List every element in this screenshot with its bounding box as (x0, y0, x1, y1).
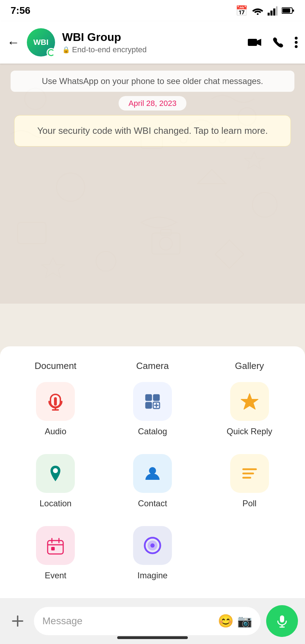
svg-rect-3 (273, 8, 275, 16)
svg-rect-7 (293, 10, 294, 12)
lock-icon: 🔒 (62, 46, 70, 54)
header-actions (248, 36, 298, 49)
event-label: Event (45, 571, 66, 580)
svg-rect-8 (248, 39, 257, 46)
svg-point-46 (150, 543, 155, 548)
catalog-icon (143, 392, 162, 411)
status-time: 7:56 (11, 5, 30, 16)
avatar-ring-inner (48, 49, 55, 56)
encryption-label: 🔒 End-to-end encrypted (62, 45, 241, 54)
svg-point-35 (149, 467, 156, 474)
catalog-label: Catalog (138, 427, 167, 436)
header: ← WBI WBI Group 🔒 End-to-end encrypted (0, 21, 305, 64)
svg-rect-23 (219, 132, 226, 143)
attachment-poll[interactable]: Poll (201, 447, 298, 519)
location-label: Location (40, 499, 72, 508)
attachment-quickreply[interactable]: Quick Reply (201, 375, 298, 447)
imagine-label: Imagine (137, 571, 167, 580)
group-name[interactable]: WBI Group (62, 31, 241, 44)
audio-icon (46, 392, 65, 411)
svg-rect-1 (268, 13, 270, 16)
label-camera[interactable]: Camera (104, 357, 201, 375)
phone-call-button[interactable] (273, 37, 284, 48)
back-button[interactable]: ← (7, 35, 20, 50)
attachment-plus-button[interactable] (7, 610, 28, 632)
home-indicator (117, 636, 188, 639)
poll-label: Poll (243, 499, 257, 508)
battery-icon (282, 7, 294, 14)
imagine-icon (143, 536, 162, 555)
svg-point-13 (238, 108, 256, 125)
catalog-icon-wrapper (133, 382, 172, 421)
svg-rect-21 (161, 229, 171, 235)
event-icon-wrapper (36, 526, 75, 565)
avatar-ring (47, 48, 56, 57)
svg-rect-19 (152, 233, 180, 254)
audio-label: Audio (45, 427, 66, 436)
label-gallery[interactable]: Gallery (201, 357, 298, 375)
quickreply-icon (240, 392, 259, 411)
attachment-location[interactable]: Location (7, 447, 104, 519)
svg-rect-17 (18, 222, 46, 244)
event-icon (46, 536, 65, 555)
attachment-audio[interactable]: Audio (7, 375, 104, 447)
emoji-button[interactable]: 😊 (218, 614, 234, 628)
attachment-imagine[interactable]: Imagine (104, 519, 201, 591)
svg-point-34 (53, 468, 58, 473)
svg-point-12 (25, 88, 46, 109)
svg-point-16 (252, 192, 277, 217)
location-icon (46, 464, 65, 483)
chat-watermark-pattern (0, 64, 305, 304)
svg-rect-14 (141, 134, 162, 148)
label-document[interactable]: Document (7, 357, 104, 375)
status-icons: 📅 (235, 5, 294, 17)
svg-point-0 (257, 13, 259, 15)
imagine-icon-wrapper (133, 526, 172, 565)
attachment-menu: Document Camera Gallery Audio (0, 346, 305, 598)
contact-icon (143, 464, 162, 483)
svg-rect-24 (54, 397, 57, 406)
wifi-icon (252, 6, 263, 15)
calendar-icon: 📅 (235, 5, 248, 17)
svg-point-18 (96, 251, 116, 271)
svg-rect-43 (51, 547, 55, 550)
svg-rect-4 (276, 6, 277, 16)
group-avatar[interactable]: WBI (27, 28, 55, 56)
svg-rect-29 (145, 402, 152, 409)
microphone-button[interactable] (266, 605, 298, 637)
svg-point-11 (295, 45, 298, 48)
attachment-contact[interactable]: Contact (104, 447, 201, 519)
svg-rect-49 (280, 615, 284, 622)
svg-point-15 (56, 173, 85, 201)
svg-point-20 (160, 237, 172, 250)
status-bar: 7:56 📅 (0, 0, 305, 21)
svg-rect-28 (153, 394, 160, 401)
signal-icon (268, 6, 277, 16)
chat-area: Use WhatsApp on your phone to see older … (0, 64, 305, 304)
svg-marker-33 (241, 394, 258, 409)
location-icon-wrapper (36, 454, 75, 493)
quickreply-label: Quick Reply (227, 427, 272, 436)
poll-icon (240, 464, 259, 483)
more-options-button[interactable] (294, 36, 298, 49)
message-placeholder: Message (42, 615, 83, 627)
attachment-row-labels: Document Camera Gallery (7, 357, 298, 375)
message-input-container[interactable]: Message 😊 📷 (34, 607, 261, 635)
svg-rect-39 (48, 541, 63, 554)
video-call-button[interactable] (248, 37, 262, 47)
attachment-empty (201, 519, 298, 591)
attachment-event[interactable]: Event (7, 519, 104, 591)
attachment-grid: Audio Catalog Q (7, 375, 298, 591)
svg-rect-27 (145, 394, 152, 401)
contact-icon-wrapper (133, 454, 172, 493)
attachment-catalog[interactable]: Catalog (104, 375, 201, 447)
svg-point-9 (295, 37, 298, 40)
poll-icon-wrapper (230, 454, 269, 493)
plus-icon (11, 614, 25, 628)
avatar-text: WBI (34, 38, 49, 47)
contact-label: Contact (138, 499, 167, 508)
camera-attach-button[interactable]: 📷 (237, 614, 252, 628)
microphone-icon (275, 614, 289, 628)
svg-point-10 (295, 41, 298, 44)
header-info: WBI Group 🔒 End-to-end encrypted (62, 31, 241, 54)
